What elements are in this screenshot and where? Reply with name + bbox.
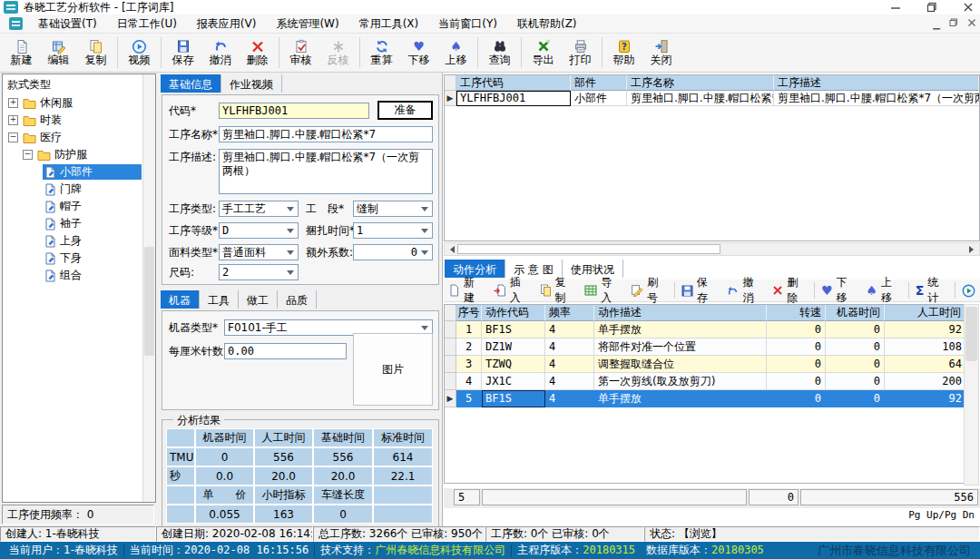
process-desc-textarea[interactable]: 剪里袖口.脚口.中腰.帽口松紧*7（一次剪两根） [219, 149, 433, 194]
menu-system-admin[interactable]: 系统管理(W) [266, 15, 348, 33]
tree-item-door-tag[interactable]: 门牌 [3, 181, 155, 198]
move-up-button[interactable]: ♠ 上移 [437, 34, 475, 71]
tab-tool[interactable]: 工具 [200, 290, 239, 309]
analysis-col-standard-time: 标准时间 [373, 428, 433, 447]
bundle-time-select[interactable]: 1 [353, 222, 433, 239]
action-col-speed[interactable]: 转速 [767, 305, 826, 321]
undo-button[interactable]: 撤消 [201, 34, 239, 71]
tree-item-lower-body[interactable]: 下身 [3, 250, 155, 267]
menu-current-window[interactable]: 当前窗口(Y) [428, 15, 507, 33]
action-row[interactable]: 1 BF1S 4 单手摆放 0 0 92 [445, 321, 965, 338]
process-name-input[interactable]: 剪里袖口.脚口.中腰.帽口松紧*7 [219, 126, 433, 142]
edit-button[interactable]: 编辑 [40, 34, 77, 71]
tab-machine[interactable]: 机器 [161, 290, 200, 309]
restore-icon[interactable] [926, 1, 938, 14]
process-list-panel: 工序代码 部件 工序名称 工序描述 ▶ YLFHFBJ001 小部件 剪里袖口.… [442, 73, 980, 526]
stitch-density-input[interactable]: 0.00 [224, 343, 347, 359]
new-button[interactable]: 新建 [3, 34, 40, 71]
app-window: 春晓工艺分析软件 - [工序词库] 基础设置(T) 日常工作(U) 报表应用(V… [0, 0, 980, 559]
process-row[interactable]: ▶ YLFHFBJ001 小部件 剪里袖口.脚口.中腰.帽口松紧*7 剪里袖口.… [445, 91, 979, 106]
action-col-desc[interactable]: 动作描述 [594, 305, 767, 321]
tree-item-protective-suit[interactable]: − 防护服 [3, 146, 155, 163]
menu-reports[interactable]: 报表应用(V) [187, 15, 267, 33]
recalculate-button[interactable]: 重算 [363, 34, 400, 71]
grade-select[interactable]: D [219, 222, 299, 239]
action-undo-button[interactable]: 撤消 [721, 280, 768, 300]
action-insert-button[interactable]: 插入 [489, 280, 535, 300]
stage-select[interactable]: 缝制 [353, 201, 433, 217]
tab-workmanship[interactable]: 做工 [239, 290, 278, 309]
ready-button[interactable]: 准备 [377, 101, 433, 120]
action-col-labor-time[interactable]: 人工时间 [885, 305, 965, 321]
process-col-part[interactable]: 部件 [571, 75, 627, 91]
size-select[interactable]: 2 [219, 264, 299, 280]
menu-daily-work[interactable]: 日常工作(U) [107, 15, 187, 33]
scroll-right-icon[interactable] [967, 244, 979, 254]
process-col-desc[interactable]: 工序描述 [774, 75, 979, 91]
action-new-button[interactable]: 新建 [444, 280, 489, 300]
move-down-button[interactable]: ♥ 下移 [400, 34, 437, 71]
tree-item-medical[interactable]: − 医疗 [3, 129, 155, 146]
action-import-button[interactable]: 导入 [580, 280, 626, 300]
action-move-up-button[interactable]: ♠上移 [861, 280, 906, 300]
action-save-button[interactable]: 保存 [677, 280, 722, 300]
tree-item-hat[interactable]: 帽子 [3, 198, 155, 215]
tab-basic-info[interactable]: 基础信息 [161, 74, 221, 93]
menu-basic-settings[interactable]: 基础设置(T) [28, 15, 107, 33]
video-button[interactable]: 视频 [121, 34, 158, 71]
action-renumber-button[interactable]: 刷号 [626, 280, 672, 300]
tree-item-combination[interactable]: 组合 [3, 267, 155, 284]
action-statistics-button[interactable]: Σ统计 [911, 280, 953, 300]
action-col-machine-time[interactable]: 机器时间 [826, 305, 885, 321]
print-button[interactable]: 打印 [562, 34, 599, 71]
export-button[interactable]: 导出 [524, 34, 562, 71]
action-play-button[interactable] [957, 280, 980, 300]
close-icon[interactable] [962, 1, 975, 14]
action-row[interactable]: 2 DZ1W 4 将部件对准一个位置 0 0 108 [445, 338, 965, 356]
process-col-code[interactable]: 工序代码 [456, 75, 571, 91]
tab-work-video[interactable]: 作业视频 [221, 74, 282, 93]
action-row[interactable]: 3 TZWQ 4 调整握取缝合位 0 0 64 [445, 356, 965, 373]
tree-scrollbar[interactable] [142, 74, 155, 502]
action-col-seq[interactable]: 序号 [456, 305, 482, 321]
action-copy-button[interactable]: 复制 [535, 280, 581, 300]
expand-plus-icon[interactable]: + [8, 98, 18, 108]
analysis-row-seconds-label: 秒 [166, 466, 195, 485]
action-move-down-button[interactable]: ♥下移 [817, 280, 861, 300]
action-col-code[interactable]: 动作代码 [482, 305, 545, 321]
tree-item-upper-body[interactable]: 上身 [3, 232, 155, 250]
tree-item-small-parts[interactable]: 小部件 [3, 163, 155, 181]
code-input[interactable]: YLFHFBJ001 [219, 103, 369, 119]
help-button[interactable]: ? 帮助 [605, 34, 642, 71]
minimize-icon[interactable] [889, 1, 902, 14]
action-delete-button[interactable]: 删除 [768, 280, 812, 300]
collapse-minus-icon[interactable]: − [23, 150, 33, 160]
menu-common-tools[interactable]: 常用工具(X) [349, 15, 429, 33]
expand-plus-icon[interactable]: + [8, 115, 18, 125]
mdi-restore-icon[interactable] [949, 18, 958, 29]
close-window-button[interactable]: 关闭 [642, 34, 680, 71]
mdi-minimize-icon[interactable]: ▁ [933, 19, 940, 29]
audit-button[interactable]: 审核 [282, 34, 319, 71]
mdi-close-icon[interactable] [967, 18, 976, 29]
collapse-minus-icon[interactable]: − [8, 132, 18, 142]
tree-item-casual[interactable]: + 休闲服 [3, 94, 155, 112]
action-row-selected[interactable]: ▶ 5 BF1S 4 单手摆放 0 0 92 [445, 390, 965, 407]
action-grid-scrollbar[interactable] [964, 304, 979, 485]
process-type-select[interactable]: 手工工艺 [219, 201, 299, 217]
fabric-type-select[interactable]: 普通面料 [219, 244, 299, 260]
extra-factor-select[interactable]: 0 [353, 244, 433, 260]
tab-quality[interactable]: 品质 [278, 290, 317, 309]
query-button[interactable]: 查询 [481, 34, 518, 71]
action-row[interactable]: 4 JX1C 4 第一次剪线(取及放剪刀) 0 0 200 [445, 373, 965, 390]
menu-online-help[interactable]: 联机帮助(Z) [507, 15, 587, 33]
process-col-name[interactable]: 工序名称 [627, 75, 774, 91]
tree-item-sleeve[interactable]: 袖子 [3, 215, 155, 232]
scroll-left-icon[interactable] [445, 244, 456, 254]
action-col-freq[interactable]: 频率 [545, 305, 594, 321]
delete-button[interactable]: 删除 [239, 34, 276, 71]
tree-item-fashion[interactable]: + 时装 [3, 112, 155, 129]
save-button[interactable]: 保存 [164, 34, 201, 71]
copy-button[interactable]: 复制 [77, 34, 114, 71]
process-grid-hscrollbar[interactable] [444, 242, 980, 256]
